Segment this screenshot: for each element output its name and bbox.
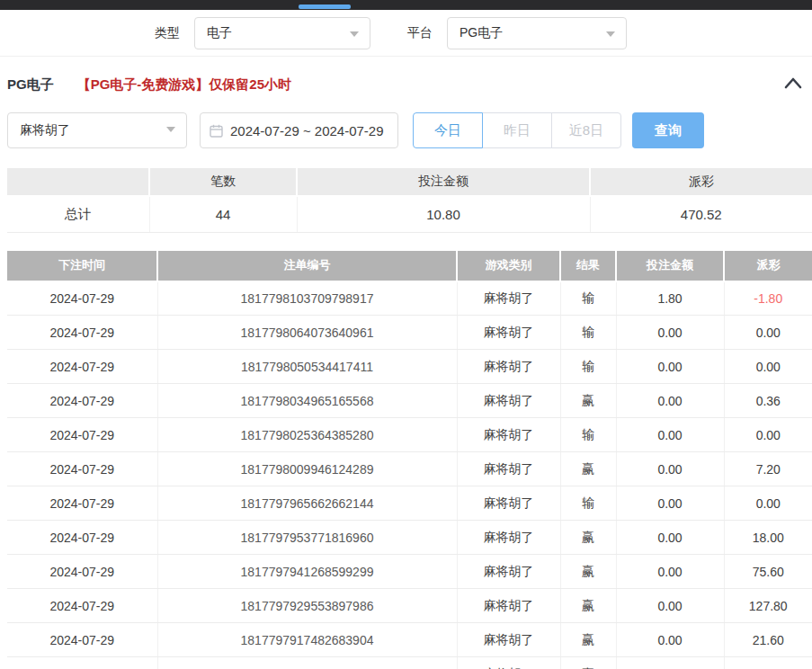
top-filter-bar: 类型 电子 平台 PG电子: [0, 10, 812, 57]
type-select[interactable]: 电子: [194, 17, 370, 49]
table-row: 2024-07-29 1817798103709798917 麻将胡了 输 1.…: [7, 281, 812, 316]
game-type-cell: 麻将胡了: [457, 589, 560, 623]
bet-id-cell: 1817798009946124289: [157, 452, 457, 486]
yesterday-button[interactable]: 昨日: [482, 112, 552, 148]
scroll-indicator[interactable]: [299, 4, 351, 9]
payout-cell: 127.80: [724, 589, 812, 623]
date-range-value: 2024-07-29 ~ 2024-07-29: [230, 123, 384, 138]
game-type-cell: 麻将胡了: [457, 316, 560, 350]
header-result: 结果: [560, 251, 616, 281]
bet-date-cell: 2024-07-29: [7, 316, 157, 350]
payout-cell: 0.36: [724, 384, 812, 418]
result-cell: 输: [560, 281, 616, 316]
header-payout: 派彩: [724, 251, 812, 281]
bet-date-cell: 2024-07-29: [7, 281, 157, 316]
section-notice: 【PG电子-免费游戏】仅保留25小时: [77, 76, 291, 94]
bet-date-cell: 2024-07-29: [7, 623, 157, 657]
payout-cell: 0.00: [724, 486, 812, 521]
today-button[interactable]: 今日: [413, 112, 483, 148]
bet-id-cell: 1817798050534417411: [157, 350, 457, 384]
payout-cell: 7.20: [724, 452, 812, 486]
bet-records-table: 下注时间 注单编号 游戏类别 结果 投注金额 派彩 2024-07-29 181…: [7, 251, 812, 669]
date-range-input[interactable]: 2024-07-29 ~ 2024-07-29: [200, 112, 398, 148]
bet-amount-cell: 0.00: [616, 589, 724, 623]
game-type-cell: 麻将胡了: [457, 384, 560, 418]
bet-date-cell: 2024-07-29: [7, 384, 157, 418]
table-row: 2024-07-29 1817797965662662144 麻将胡了 输 0.…: [7, 486, 812, 521]
chevron-down-icon: [166, 127, 175, 132]
bet-date-cell: 2024-07-29: [7, 555, 157, 589]
bet-id-cell: 1817798034965165568: [157, 384, 457, 418]
bet-date-cell: [7, 657, 157, 669]
bet-id-cell: 1817797929553897986: [157, 589, 457, 623]
query-controls: 麻将胡了 2024-07-29 ~ 2024-07-29 今日 昨日 近8日 查…: [7, 112, 812, 148]
game-type-cell: 麻将胡了: [457, 418, 560, 452]
last8days-button[interactable]: 近8日: [551, 112, 621, 148]
payout-cell: 0.00: [724, 418, 812, 452]
table-row: 2024-07-29 1817798050534417411 麻将胡了 输 0.…: [7, 350, 812, 384]
payout-cell: 21.60: [724, 623, 812, 657]
header-game-type: 游戏类别: [457, 251, 560, 281]
type-select-value: 电子: [207, 25, 232, 41]
result-cell: 输: [560, 316, 616, 350]
bet-amount-cell: 1.80: [616, 281, 724, 316]
bet-amount-cell: 0.00: [616, 521, 724, 555]
bet-id-cell: 1817797953771816960: [157, 521, 457, 555]
bet-amount-cell: 0.00: [616, 418, 724, 452]
bet-amount-cell: 0.00: [616, 452, 724, 486]
game-select[interactable]: 麻将胡了: [7, 112, 187, 148]
header-bet-amount: 投注金额: [616, 251, 724, 281]
bet-amount-cell: 0.00: [616, 316, 724, 350]
summary-header-bet-amount: 投注金额: [297, 168, 590, 196]
search-button[interactable]: 查询: [632, 112, 704, 148]
platform-select[interactable]: PG电子: [447, 17, 627, 49]
table-row: 2024-07-29 1817798009946124289 麻将胡了 赢 0.…: [7, 452, 812, 486]
header-bet-id: 注单编号: [157, 251, 457, 281]
bet-id-cell: 1817797965662662144: [157, 486, 457, 521]
table-row: 2024-07-29 1817797953771816960 麻将胡了 赢 0.…: [7, 521, 812, 555]
summary-table: 笔数 投注金额 派彩 总计 44 10.80 470.52: [7, 168, 812, 233]
result-cell: 赢: [560, 521, 616, 555]
result-cell: 输: [560, 350, 616, 384]
table-row: 麻将胡了 赢: [7, 657, 812, 669]
payout-cell: 0.00: [724, 350, 812, 384]
platform-label: 平台: [407, 25, 433, 41]
game-type-cell: 麻将胡了: [457, 657, 560, 669]
summary-total-count: 44: [149, 196, 297, 232]
table-row: 2024-07-29 1817798034965165568 麻将胡了 赢 0.…: [7, 384, 812, 418]
result-cell: 输: [560, 418, 616, 452]
table-row: 2024-07-29 1817797917482683904 麻将胡了 赢 0.…: [7, 623, 812, 657]
result-cell: 输: [560, 486, 616, 521]
calendar-icon: [210, 124, 223, 138]
bet-date-cell: 2024-07-29: [7, 418, 157, 452]
header-bet-time: 下注时间: [7, 251, 157, 281]
bet-amount-cell: 0.00: [616, 384, 724, 418]
summary-total-row: 总计 44 10.80 470.52: [7, 196, 812, 232]
bet-amount-cell: 0.00: [616, 350, 724, 384]
bet-date-cell: 2024-07-29: [7, 589, 157, 623]
result-cell: 赢: [560, 657, 616, 669]
table-row: 2024-07-29 1817797929553897986 麻将胡了 赢 0.…: [7, 589, 812, 623]
bet-amount-cell: 0.00: [616, 486, 724, 521]
section-title: PG电子: [7, 76, 54, 94]
chevron-down-icon: [350, 31, 359, 37]
result-cell: 赢: [560, 555, 616, 589]
summary-header-row: 笔数 投注金额 派彩: [7, 168, 812, 196]
top-dark-bar: [0, 0, 812, 10]
result-cell: 赢: [560, 589, 616, 623]
payout-cell: 75.60: [724, 555, 812, 589]
table-row: 2024-07-29 1817797941268599299 麻将胡了 赢 0.…: [7, 555, 812, 589]
game-type-cell: 麻将胡了: [457, 281, 560, 316]
chevron-up-icon[interactable]: [783, 75, 803, 93]
game-type-cell: 麻将胡了: [457, 555, 560, 589]
payout-cell: -1.80: [724, 281, 812, 316]
bet-date-cell: 2024-07-29: [7, 350, 157, 384]
type-label: 类型: [155, 25, 180, 41]
bet-id-cell: 1817797917482683904: [157, 623, 457, 657]
result-cell: 赢: [560, 623, 616, 657]
bet-amount-cell: [616, 657, 724, 669]
section-header: PG电子 【PG电子-免费游戏】仅保留25小时: [0, 57, 812, 94]
chevron-down-icon: [606, 31, 615, 37]
bet-id-cell: [157, 657, 457, 669]
game-type-cell: 麻将胡了: [457, 350, 560, 384]
